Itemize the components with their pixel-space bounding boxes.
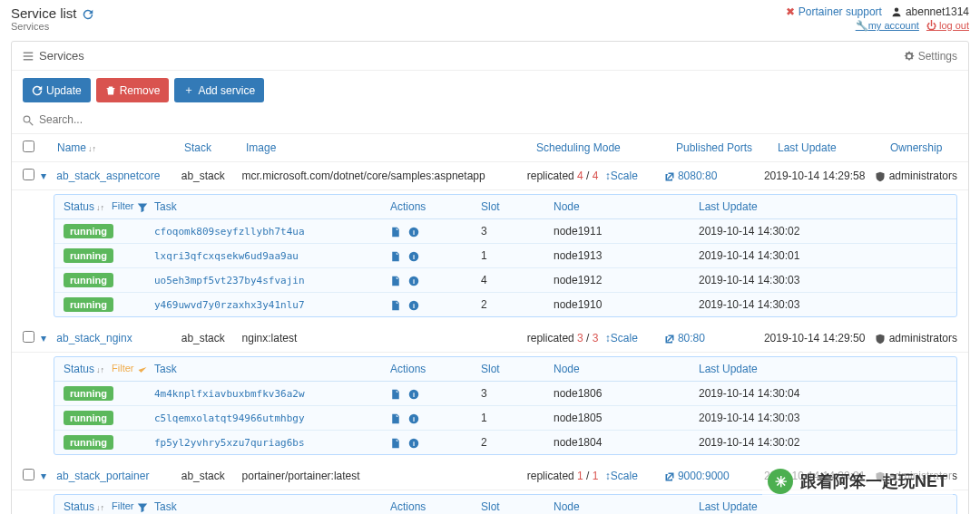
expand-toggle[interactable]: ▾ [41, 170, 57, 182]
column-image[interactable]: Image [246, 141, 536, 154]
task-column-task[interactable]: Task [154, 363, 390, 375]
service-name-link[interactable]: ab_stack_portainer [56, 470, 149, 482]
column-ownership[interactable]: Ownership [890, 141, 957, 154]
panel-title: Services [39, 49, 84, 63]
status-badge: running [64, 297, 113, 312]
svg-text:i: i [413, 440, 415, 448]
task-column-node[interactable]: Node [554, 200, 699, 213]
task-column-actions[interactable]: Actions [390, 500, 481, 513]
service-checkbox[interactable] [23, 169, 34, 180]
scale-icon: ↕ [605, 332, 611, 344]
service-checkbox[interactable] [23, 469, 34, 480]
my-account-link[interactable]: 🔧my account [856, 20, 919, 32]
add-service-button[interactable]: ＋ Add service [174, 78, 264, 102]
service-owner: administrators [875, 170, 957, 182]
task-info-icon[interactable]: i [408, 436, 419, 449]
search-input[interactable] [39, 113, 957, 126]
task-logs-icon[interactable] [390, 387, 401, 400]
status-badge: running [64, 224, 113, 238]
column-stack[interactable]: Stack [184, 141, 246, 154]
task-column-node[interactable]: Node [554, 500, 699, 513]
task-info-icon[interactable]: i [408, 298, 419, 311]
task-slot: 3 [481, 387, 554, 400]
task-row: running y469uwvd7y0rzaxhx3y41nlu7 i 2 no… [54, 293, 956, 316]
task-id-link[interactable]: lxqri3qfcxqsekw6ud9aa9au [154, 250, 299, 262]
task-logs-icon[interactable] [390, 274, 401, 286]
user-menu[interactable]: abennet1314 [891, 5, 969, 18]
task-id-link[interactable]: y469uwvd7y0rzaxhx3y41nlu7 [154, 299, 305, 311]
port-link[interactable]: 9000:9000 [664, 470, 730, 482]
service-update: 2019-10-14 14:29:50 [764, 332, 875, 344]
task-id-link[interactable]: cfoqomk809seyfzllybh7t4ua [154, 226, 305, 238]
svg-rect-3 [24, 59, 34, 61]
tasks-panel: Status↓↑ Filter Task Actions Slot Node L… [54, 194, 957, 317]
task-column-status[interactable]: Status↓↑ [64, 500, 104, 513]
service-checkbox[interactable] [23, 331, 34, 343]
column-scheduling[interactable]: Scheduling Mode [536, 141, 676, 154]
task-column-task[interactable]: Task [154, 500, 390, 513]
task-id-link[interactable]: c5lqemxolatqt94966utmhbgy [154, 412, 305, 424]
task-column-actions[interactable]: Actions [390, 200, 481, 213]
page-title: Service list [11, 5, 77, 21]
settings-button[interactable]: Settings [904, 50, 957, 63]
task-update: 2019-10-14 14:30:03 [699, 298, 947, 311]
task-logs-icon[interactable] [390, 249, 401, 262]
status-badge: running [64, 386, 113, 401]
support-link[interactable]: ✖ Portainer support [786, 5, 882, 18]
task-info-icon[interactable]: i [408, 387, 419, 400]
task-row: running c5lqemxolatqt94966utmhbgy i 1 no… [54, 406, 956, 431]
scale-icon: ↕ [605, 170, 611, 182]
service-name-link[interactable]: ab_stack_nginx [56, 332, 132, 344]
task-slot: 2 [481, 436, 554, 449]
task-column-status[interactable]: Status↓↑ [64, 363, 104, 375]
svg-text:i: i [413, 277, 415, 286]
filter-button[interactable]: Filter [112, 500, 148, 512]
task-info-icon[interactable]: i [408, 274, 419, 286]
service-row: ▾ ab_stack_aspnetcore ab_stack mcr.micro… [12, 162, 968, 190]
column-name[interactable]: Name↓↑ [57, 141, 184, 154]
svg-point-4 [24, 116, 30, 122]
filter-button[interactable]: Filter [112, 363, 148, 374]
port-link[interactable]: 80:80 [664, 332, 705, 344]
select-all-checkbox[interactable] [23, 141, 34, 152]
task-info-icon[interactable]: i [408, 412, 419, 424]
expand-toggle[interactable]: ▾ [41, 470, 57, 482]
status-badge: running [64, 248, 113, 263]
task-column-update[interactable]: Last Update [699, 363, 947, 375]
svg-rect-1 [24, 52, 34, 53]
port-link[interactable]: 8080:80 [664, 170, 717, 182]
task-info-icon[interactable]: i [408, 249, 419, 262]
task-info-icon[interactable]: i [408, 225, 419, 238]
service-name-link[interactable]: ab_stack_aspnetcore [56, 170, 160, 182]
task-logs-icon[interactable] [390, 225, 401, 238]
task-id-link[interactable]: fp5yl2yvhry5xzu7quriag6bs [154, 437, 305, 449]
task-column-slot[interactable]: Slot [481, 500, 554, 513]
scale-button[interactable]: ↕Scale [605, 470, 638, 482]
task-column-slot[interactable]: Slot [481, 363, 554, 375]
filter-icon [137, 500, 148, 511]
svg-line-5 [30, 121, 34, 125]
task-id-link[interactable]: uo5eh3mpf5vt237by4sfvajin [154, 275, 305, 286]
task-column-node[interactable]: Node [554, 363, 699, 375]
column-ports[interactable]: Published Ports [676, 141, 778, 154]
logout-link[interactable]: ⏻ log out [926, 20, 969, 32]
task-column-actions[interactable]: Actions [390, 363, 481, 375]
update-button[interactable]: Update [23, 78, 91, 102]
filter-button[interactable]: Filter [112, 200, 148, 212]
task-column-update[interactable]: Last Update [699, 500, 947, 513]
task-column-update[interactable]: Last Update [699, 200, 947, 213]
column-update[interactable]: Last Update [778, 141, 890, 154]
task-column-status[interactable]: Status↓↑ [64, 200, 104, 213]
remove-button[interactable]: Remove [96, 78, 170, 102]
refresh-icon[interactable] [83, 6, 93, 21]
scale-button[interactable]: ↕Scale [605, 170, 638, 182]
scale-button[interactable]: ↕Scale [605, 332, 638, 344]
task-logs-icon[interactable] [390, 436, 401, 449]
task-column-task[interactable]: Task [154, 200, 390, 213]
task-column-slot[interactable]: Slot [481, 200, 554, 213]
task-logs-icon[interactable] [390, 298, 401, 311]
task-logs-icon[interactable] [390, 412, 401, 424]
service-scheduling: replicated 4 / 4 ↕Scale [527, 170, 664, 182]
task-id-link[interactable]: 4m4knplfxiavbuxbmfkv36a2w [154, 388, 305, 400]
expand-toggle[interactable]: ▾ [41, 332, 57, 344]
